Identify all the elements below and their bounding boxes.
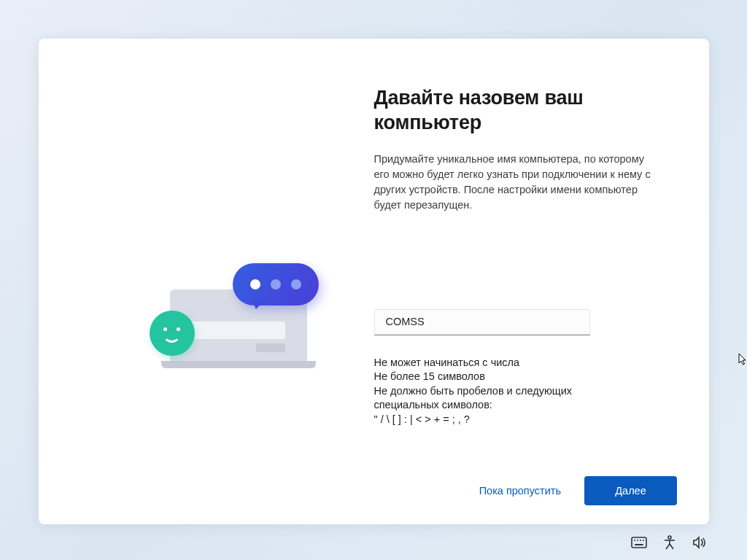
oobe-card: Давайте назовем ваш компьютер Придумайте… (39, 39, 709, 524)
next-button[interactable]: Далее (584, 476, 677, 505)
bubble-dot-3 (291, 279, 301, 289)
svg-line-9 (666, 544, 670, 549)
page-title: Давайте назовем ваш компьютер (374, 86, 695, 136)
name-bubble (233, 263, 319, 306)
rule-line-4: " / \ [ ] : | < > + = ; , ? (374, 413, 637, 427)
laptop-small-bar (256, 343, 285, 352)
illustration-pane (39, 39, 374, 524)
smiley-face-icon (150, 311, 195, 356)
laptop-base (161, 361, 316, 368)
keyboard-icon[interactable] (631, 537, 647, 548)
bubble-dot-2 (271, 279, 281, 289)
rule-line-2: Не более 15 символов (374, 370, 637, 384)
skip-button[interactable]: Пока пропустить (466, 476, 574, 505)
computer-illustration (126, 259, 330, 405)
svg-point-6 (668, 536, 671, 539)
svg-line-10 (670, 544, 673, 549)
svg-rect-0 (632, 537, 646, 548)
mouse-cursor-icon (738, 353, 747, 366)
computer-name-input[interactable] (374, 309, 590, 335)
laptop-input-bar (189, 322, 285, 339)
rule-line-3: Не должно быть пробелов и следующих спец… (374, 384, 637, 413)
accessibility-icon[interactable] (663, 535, 676, 550)
page-description: Придумайте уникальное имя компьютера, по… (374, 152, 651, 213)
volume-icon[interactable] (692, 536, 707, 549)
bubble-dot-1 (250, 279, 260, 289)
button-row: Пока пропустить Далее (466, 476, 677, 505)
system-tray (631, 535, 707, 550)
naming-rules: Не может начинаться с числа Не более 15 … (374, 356, 637, 427)
name-input-wrap (374, 309, 590, 335)
content-pane: Давайте назовем ваш компьютер Придумайте… (374, 39, 710, 524)
rule-line-1: Не может начинаться с числа (374, 356, 637, 370)
